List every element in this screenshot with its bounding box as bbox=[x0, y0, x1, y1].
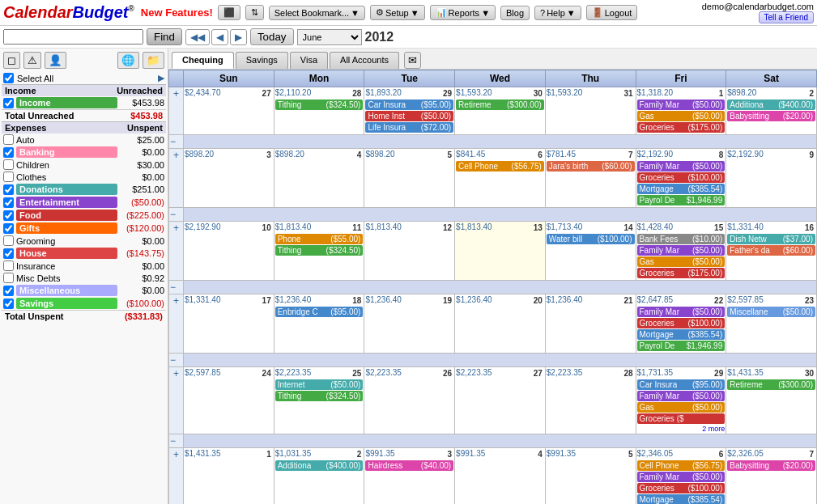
calendar-day[interactable]: $1,318.201Family Mar($50.00)Gas($50.00)G… bbox=[636, 87, 726, 135]
calendar-event[interactable]: Life Insura($72.00) bbox=[365, 122, 453, 133]
calendar-event[interactable]: Babysitting($20.00) bbox=[727, 460, 815, 471]
tab-chequing[interactable]: Chequing bbox=[172, 52, 234, 69]
sidebar-icon-1[interactable]: ◻ bbox=[3, 52, 20, 69]
calendar-day[interactable]: $1,593.2030Retireme($300.00) bbox=[455, 87, 546, 135]
calendar-event[interactable]: Hairdress($40.00) bbox=[365, 460, 453, 471]
calendar-event[interactable]: Groceries($100.00) bbox=[637, 172, 726, 183]
calendar-day[interactable]: $1,236.4019 bbox=[364, 294, 455, 354]
expense-checkbox[interactable] bbox=[3, 184, 14, 195]
calendar-event[interactable]: Car Insura($95.00) bbox=[637, 379, 726, 390]
reports-btn[interactable]: 📊 Reports ▼ bbox=[430, 5, 496, 20]
expense-checkbox[interactable] bbox=[3, 197, 14, 208]
sidebar-icon-2[interactable]: ⚠ bbox=[23, 52, 41, 69]
tab-visa[interactable]: Visa bbox=[290, 52, 328, 69]
calendar-event[interactable]: Internet($50.00) bbox=[275, 379, 364, 390]
next-btn[interactable]: ▶ bbox=[230, 29, 247, 45]
calendar-day[interactable]: $2,597.8524 bbox=[184, 367, 274, 434]
calendar-day[interactable]: $1,236.4021 bbox=[545, 294, 636, 354]
expense-checkbox[interactable] bbox=[3, 223, 14, 234]
bookmark-dropdown[interactable]: Select Bookmark... ▼ bbox=[269, 6, 365, 20]
calendar-event[interactable]: Groceries($100.00) bbox=[637, 318, 726, 328]
today-button[interactable]: Today bbox=[250, 28, 294, 45]
calendar-day[interactable]: $898.205 bbox=[364, 149, 455, 208]
calendar-event[interactable]: Family Mar($50.00) bbox=[637, 472, 726, 482]
expense-checkbox[interactable] bbox=[3, 286, 14, 296]
calendar-event[interactable]: Family Mar($50.00) bbox=[637, 307, 726, 317]
calendar-event[interactable]: Father's da($60.00) bbox=[727, 245, 815, 256]
calendar-day[interactable]: $1,893.2029Car Insura($95.00)Home Inst($… bbox=[364, 87, 455, 135]
calendar-day[interactable]: $1,331.4016Dish Netw($37.00)Father's da(… bbox=[726, 222, 817, 281]
expense-checkbox[interactable] bbox=[3, 147, 14, 158]
calendar-event[interactable]: Family Mar($50.00) bbox=[637, 391, 726, 401]
more-events-link[interactable]: 2 more bbox=[637, 425, 726, 433]
calendar-day[interactable]: $991.355 bbox=[545, 448, 636, 505]
row-collapse[interactable]: − bbox=[169, 434, 184, 448]
calendar-event[interactable]: Additiona($400.00) bbox=[275, 460, 364, 471]
calendar-day[interactable]: $2,346.056Cell Phone($56.75)Family Mar($… bbox=[636, 448, 726, 505]
calendar-event[interactable]: Mortgage($385.54) bbox=[637, 184, 726, 194]
calendar-day[interactable]: $2,223.3527 bbox=[455, 367, 546, 434]
row-expand[interactable]: + bbox=[169, 149, 184, 208]
row-collapse[interactable]: − bbox=[169, 208, 184, 222]
calendar-event[interactable]: Cell Phone($56.75) bbox=[637, 460, 726, 471]
row-expand[interactable]: + bbox=[169, 87, 184, 135]
calendar-event[interactable]: Payrol De$1,946.99 bbox=[637, 341, 726, 351]
income-checkbox[interactable] bbox=[3, 98, 14, 108]
calendar-event[interactable]: Gas($50.00) bbox=[637, 256, 726, 267]
calendar-day[interactable]: $898.202Additiona($400.00)Babysitting($2… bbox=[726, 87, 817, 135]
calendar-day[interactable]: $1,593.2031 bbox=[545, 87, 636, 135]
calendar-event[interactable]: Babysitting($20.00) bbox=[727, 111, 815, 121]
calendar-day[interactable]: $1,428.4015Bank Fees($10.00)Family Mar($… bbox=[636, 222, 726, 281]
row-expand[interactable]: + bbox=[169, 222, 184, 281]
calendar-day[interactable]: $1,731.3529Car Insura($95.00)Family Mar(… bbox=[636, 367, 726, 434]
calendar-day[interactable]: $2,223.3526 bbox=[364, 367, 455, 434]
sidebar-icon-4[interactable]: 🌐 bbox=[117, 52, 139, 69]
expense-checkbox[interactable] bbox=[3, 248, 14, 259]
calendar-event[interactable]: Home Inst($50.00) bbox=[365, 111, 453, 121]
calendar-event[interactable]: Additiona($400.00) bbox=[727, 100, 815, 110]
search-input[interactable] bbox=[3, 29, 143, 44]
calendar-day[interactable]: $2,223.3525Internet($50.00)Tithing($324.… bbox=[274, 367, 364, 434]
calendar-day[interactable]: $841.456Cell Phone($56.75) bbox=[455, 149, 546, 208]
expense-checkbox[interactable] bbox=[3, 299, 14, 309]
row-expand[interactable]: + bbox=[169, 294, 184, 354]
calendar-day[interactable]: $991.354 bbox=[455, 448, 546, 505]
calendar-day[interactable]: $2,192.909 bbox=[726, 149, 817, 208]
calendar-event[interactable]: Groceries($100.00) bbox=[637, 483, 726, 493]
calendar-day[interactable]: $2,597.8523Miscellane($50.00) bbox=[726, 294, 817, 354]
calendar-day[interactable]: $2,434.7027 bbox=[184, 87, 274, 135]
calendar-event[interactable]: Gas($50.00) bbox=[637, 111, 726, 121]
calendar-event[interactable]: Tithing($324.50) bbox=[275, 100, 364, 110]
calendar-event[interactable]: Phone($55.00) bbox=[275, 234, 364, 244]
calendar-event[interactable]: Cell Phone($56.75) bbox=[456, 161, 544, 172]
prev-btn[interactable]: ◀ bbox=[211, 29, 228, 45]
expense-checkbox[interactable] bbox=[3, 235, 14, 246]
calendar-event[interactable]: Enbridge C($95.00) bbox=[275, 307, 364, 317]
expand-arrow[interactable]: ▶ bbox=[158, 73, 164, 83]
calendar-day[interactable]: $781.457Jara's birth($60.00) bbox=[545, 149, 636, 208]
calendar-event[interactable]: Mortgage($385.54) bbox=[637, 494, 726, 504]
expense-checkbox[interactable] bbox=[3, 172, 14, 182]
calendar-day[interactable]: $1,236.4018Enbridge C($95.00) bbox=[274, 294, 364, 354]
calendar-event[interactable]: Groceries($175.00) bbox=[637, 268, 726, 278]
icon-left-btn[interactable]: ⬛ bbox=[218, 5, 240, 20]
blog-btn[interactable]: Blog bbox=[500, 6, 530, 20]
sidebar-icon-5[interactable]: 📁 bbox=[143, 52, 164, 69]
setup-btn[interactable]: ⚙ Setup ▼ bbox=[370, 5, 425, 20]
tab-all-accounts[interactable]: All Accounts bbox=[330, 52, 399, 69]
logout-btn[interactable]: 🚪 Logout bbox=[586, 5, 638, 20]
row-expand[interactable]: + bbox=[169, 448, 184, 505]
calendar-day[interactable]: $1,236.4020 bbox=[455, 294, 546, 354]
calendar-day[interactable]: $991.353Hairdress($40.00) bbox=[364, 448, 455, 505]
calendar-day[interactable]: $1,713.4014Water bill($100.00) bbox=[545, 222, 636, 281]
calendar-event[interactable]: Car Insura($95.00) bbox=[365, 100, 453, 110]
tab-icon-btn[interactable]: ✉ bbox=[404, 52, 421, 69]
calendar-day[interactable]: $2,326.057Babysitting($20.00) bbox=[726, 448, 817, 505]
calendar-event[interactable]: Retireme($300.00) bbox=[727, 379, 815, 390]
calendar-event[interactable]: Mortgage($385.54) bbox=[637, 329, 726, 340]
calendar-event[interactable]: Water bill($100.00) bbox=[547, 234, 635, 244]
calendar-event[interactable]: Tithing($324.50) bbox=[275, 391, 364, 401]
calendar-day[interactable]: $2,192.908Family Mar($50.00)Groceries($1… bbox=[636, 149, 726, 208]
calendar-event[interactable]: Dish Netw($37.00) bbox=[727, 234, 815, 244]
sidebar-icon-3[interactable]: 👤 bbox=[45, 52, 66, 69]
